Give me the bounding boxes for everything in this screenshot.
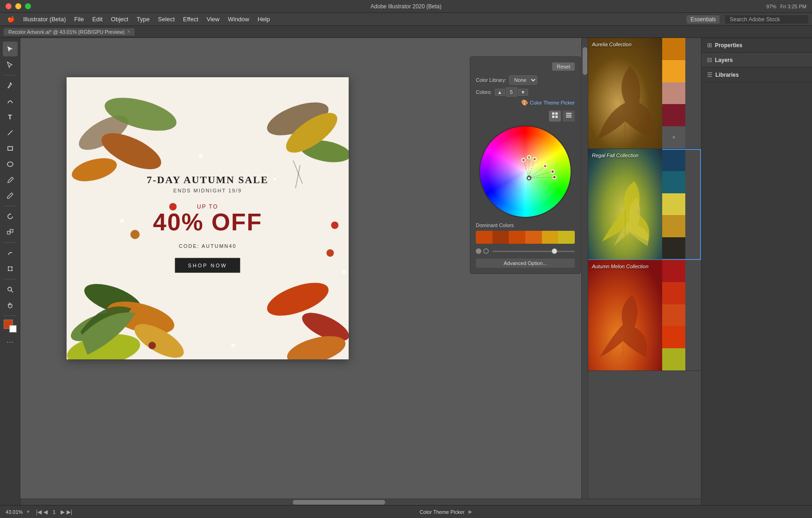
wheel-dot-orange[interactable]	[543, 164, 547, 168]
swatch-autumn-3[interactable]	[662, 304, 685, 327]
color-wheel-wrapper[interactable]	[479, 125, 572, 218]
menu-file[interactable]: File	[70, 15, 87, 24]
swatch-aurelia-3[interactable]	[662, 82, 685, 105]
direct-selection-tool[interactable]	[3, 57, 18, 72]
dominant-swatch-6[interactable]	[558, 231, 575, 244]
menu-edit[interactable]: Edit	[88, 15, 106, 24]
menu-type[interactable]: Type	[133, 15, 153, 24]
layers-panel-header[interactable]: ⊟ Layers	[701, 53, 812, 67]
colors-stepper-down[interactable]: ▼	[518, 89, 528, 96]
svg-point-36	[199, 154, 203, 158]
color-wheel-disc[interactable]	[479, 125, 572, 218]
color-theme-picker-button[interactable]: 🎨 Color Theme Picker	[476, 99, 575, 106]
slider-dot-1[interactable]	[476, 248, 481, 254]
collection-aurelia[interactable]: Aurelia Collection ×	[588, 38, 701, 149]
swatch-regal-3[interactable]	[662, 193, 685, 216]
tab-close-button[interactable]: ×	[127, 29, 130, 34]
hand-tool[interactable]	[3, 298, 18, 313]
scrollbar-thumb-horizontal[interactable]	[293, 500, 385, 505]
grid-view-button[interactable]	[549, 111, 561, 122]
horizontal-scrollbar[interactable]	[20, 499, 701, 505]
free-transform-tool[interactable]	[3, 261, 18, 276]
vertical-scrollbar[interactable]	[581, 38, 588, 505]
reset-button[interactable]: Reset	[552, 62, 575, 71]
wheel-dot-green[interactable]	[522, 158, 526, 162]
properties-panel-header[interactable]: ⊞ Properties	[701, 38, 812, 52]
collection-autumn[interactable]: Autumn Melon Collection	[588, 260, 701, 371]
dominant-swatch-5[interactable]	[542, 231, 559, 244]
color-library-select[interactable]: None	[509, 75, 537, 85]
artwork-canvas[interactable]: 7-DAY AUTUMN SALE ENDS MIDNIGHT 19/9 UP …	[67, 77, 349, 359]
shop-now-button[interactable]: SHOP NOW	[175, 258, 240, 273]
swatch-regal-5[interactable]	[662, 237, 685, 259]
search-stock-input[interactable]: Search Adobe Stock	[725, 15, 808, 24]
swatch-remove[interactable]: ×	[662, 126, 685, 148]
page-next-button[interactable]: ▶	[61, 509, 65, 515]
swatch-regal-2[interactable]	[662, 171, 685, 193]
zoom-tool[interactable]	[3, 282, 18, 297]
text-tool[interactable]: T	[3, 110, 18, 124]
scrollbar-thumb-vertical[interactable]	[583, 47, 587, 75]
slider-thumb[interactable]	[552, 248, 557, 254]
colors-stepper-up[interactable]: ▲	[495, 89, 505, 96]
page-first-button[interactable]: |◀	[36, 509, 42, 515]
menu-apple[interactable]: 🍎	[4, 15, 18, 24]
fullscreen-window-button[interactable]	[25, 3, 31, 9]
collection-regal[interactable]: Regal Fall Collection	[588, 149, 701, 260]
smoothness-slider[interactable]	[492, 251, 575, 252]
rotate-tool[interactable]	[3, 209, 18, 224]
fill-stroke-colors[interactable]	[4, 320, 17, 333]
dominant-swatch-1[interactable]	[476, 231, 492, 244]
menu-app[interactable]: Illustrator (Beta)	[19, 15, 69, 24]
warp-tool[interactable]	[3, 246, 18, 260]
wheel-dot-olive[interactable]	[532, 157, 536, 161]
advanced-options-button[interactable]: Advanced Option...	[476, 259, 575, 268]
list-view-button[interactable]	[563, 111, 575, 122]
swatch-regal-1[interactable]	[662, 149, 685, 171]
scale-tool[interactable]	[3, 225, 18, 240]
swatch-regal-4[interactable]	[662, 215, 685, 237]
colors-stepper[interactable]: ▲ 5 ▼	[495, 87, 528, 97]
swatch-autumn-2[interactable]	[662, 282, 685, 304]
page-prev-button[interactable]: ◀	[43, 509, 48, 515]
dominant-swatch-2[interactable]	[492, 231, 509, 244]
swatch-autumn-4[interactable]	[662, 326, 685, 348]
swatch-aurelia-4[interactable]	[662, 104, 685, 126]
more-tools[interactable]: …	[6, 336, 14, 345]
menu-effect[interactable]: Effect	[179, 15, 202, 24]
pen-tool[interactable]	[3, 78, 18, 93]
dominant-swatch-3[interactable]	[509, 231, 525, 244]
slider-dot-2[interactable]	[483, 248, 489, 254]
menu-view[interactable]: View	[203, 15, 223, 24]
selection-tool[interactable]	[3, 42, 18, 56]
menu-object[interactable]: Object	[107, 15, 132, 24]
slider-row	[476, 248, 575, 254]
swatch-autumn-5[interactable]	[662, 348, 685, 370]
essentials-button[interactable]: Essentials	[687, 15, 720, 24]
libraries-panel-header[interactable]: ☰ Libraries	[701, 68, 812, 82]
line-tool[interactable]	[3, 125, 18, 140]
pencil-tool[interactable]	[3, 188, 18, 203]
ellipse-tool[interactable]	[3, 157, 18, 172]
minimize-window-button[interactable]	[15, 3, 21, 9]
swatch-aurelia-1[interactable]	[662, 38, 685, 60]
menu-help[interactable]: Help	[254, 15, 274, 24]
close-window-button[interactable]	[6, 3, 12, 9]
menu-window[interactable]: Window	[224, 15, 253, 24]
zoom-dropdown[interactable]: ▼	[26, 509, 31, 514]
wheel-dot-center[interactable]	[527, 176, 531, 180]
swatch-aurelia-2[interactable]	[662, 60, 685, 82]
wheel-dot-green2[interactable]	[527, 155, 531, 159]
status-expand-icon[interactable]: ▶	[468, 509, 472, 515]
page-last-button[interactable]: ▶|	[67, 509, 72, 515]
wheel-dot-red[interactable]	[552, 175, 556, 179]
document-tab[interactable]: Recolor Artwork.ai* @ 43.01% (RGB/GPU Pr…	[4, 28, 135, 36]
curvature-tool[interactable]	[3, 94, 18, 109]
menu-select[interactable]: Select	[154, 15, 178, 24]
collection-autumn-label: Autumn Melon Collection	[592, 264, 648, 269]
paint-brush-tool[interactable]	[3, 173, 18, 187]
dominant-swatch-4[interactable]	[525, 231, 542, 244]
swatch-autumn-1[interactable]	[662, 260, 685, 282]
rectangle-tool[interactable]	[3, 141, 18, 156]
wheel-dot-dark-orange[interactable]	[550, 170, 554, 174]
